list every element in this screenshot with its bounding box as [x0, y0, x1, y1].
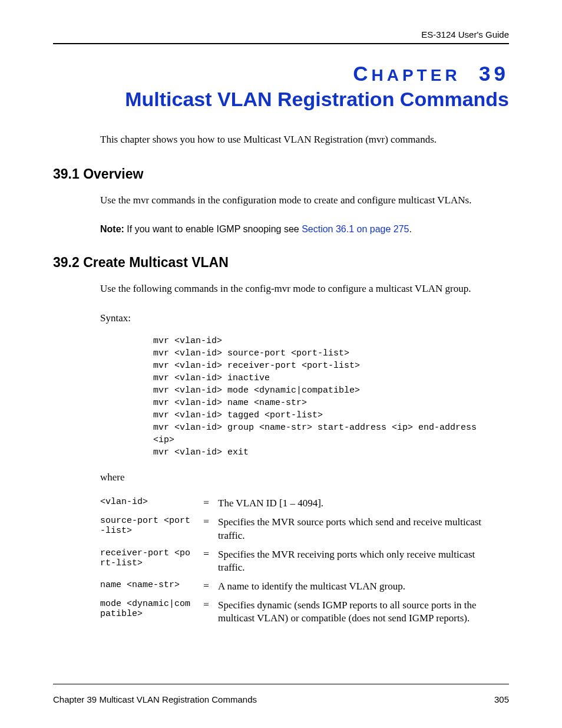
equals-sign: =: [199, 513, 218, 545]
param-name: mode <dynamic|compatible>: [100, 596, 199, 628]
note-label: Note:: [100, 224, 124, 234]
equals-sign: =: [199, 577, 218, 596]
chapter-label-rest: HAPTER: [371, 66, 460, 84]
footer-rule: [53, 684, 509, 684]
chapter-label-prefix: C: [353, 62, 371, 85]
param-name: <vlan-id>: [100, 494, 199, 513]
table-row: name <name-str>=A name to identify the m…: [100, 577, 500, 596]
note-text-after: .: [409, 224, 412, 234]
param-description: Specifies the MVR receiving ports which …: [218, 545, 500, 577]
footer-chapter-title: Chapter 39 Multicast VLAN Registration C…: [53, 694, 257, 704]
section-heading-create: 39.2 Create Multicast VLAN: [53, 255, 509, 271]
param-description: A name to identify the multicast VLAN gr…: [218, 577, 500, 596]
table-row: source-port <port-list>=Specifies the MV…: [100, 513, 500, 545]
footer-page-number: 305: [494, 694, 509, 704]
note-text-before: If you want to enable IGMP snooping see: [124, 224, 302, 234]
param-name: receiver-port <port-list>: [100, 545, 199, 577]
chapter-number: 39: [479, 62, 509, 85]
header-rule: [53, 43, 509, 44]
equals-sign: =: [199, 545, 218, 577]
chapter-intro: This chapter shows you how to use Multic…: [100, 133, 509, 147]
chapter-title: Multicast VLAN Registration Commands: [53, 87, 509, 112]
table-row: mode <dynamic|compatible>=Specifies dyna…: [100, 596, 500, 628]
note-link[interactable]: Section 36.1 on page 275: [302, 224, 409, 234]
parameter-table: <vlan-id>=The VLAN ID [1 – 4094].source-…: [100, 494, 500, 628]
header-guide-title: ES-3124 User's Guide: [53, 29, 509, 39]
overview-body: Use the mvr commands in the configuratio…: [100, 194, 509, 207]
param-description: Specifies dynamic (sends IGMP reports to…: [218, 596, 500, 628]
where-label: where: [100, 472, 509, 483]
create-body: Use the following commands in the config…: [100, 282, 509, 296]
table-row: receiver-port <port-list>=Specifies the …: [100, 545, 500, 577]
equals-sign: =: [199, 494, 218, 513]
param-name: name <name-str>: [100, 577, 199, 596]
param-description: Specifies the MVR source ports which sen…: [218, 513, 500, 545]
equals-sign: =: [199, 596, 218, 628]
section-heading-overview: 39.1 Overview: [53, 166, 509, 182]
table-row: <vlan-id>=The VLAN ID [1 – 4094].: [100, 494, 500, 513]
chapter-label: CHAPTER 39: [53, 62, 509, 85]
page-footer: Chapter 39 Multicast VLAN Registration C…: [53, 694, 509, 704]
syntax-code-block: mvr <vlan-id> mvr <vlan-id> source-port …: [153, 335, 509, 459]
overview-note: Note: If you want to enable IGMP snoopin…: [100, 224, 509, 235]
document-page: ES-3124 User's Guide CHAPTER 39 Multicas…: [0, 0, 562, 728]
param-description: The VLAN ID [1 – 4094].: [218, 494, 500, 513]
param-name: source-port <port-list>: [100, 513, 199, 545]
syntax-label: Syntax:: [100, 312, 509, 324]
